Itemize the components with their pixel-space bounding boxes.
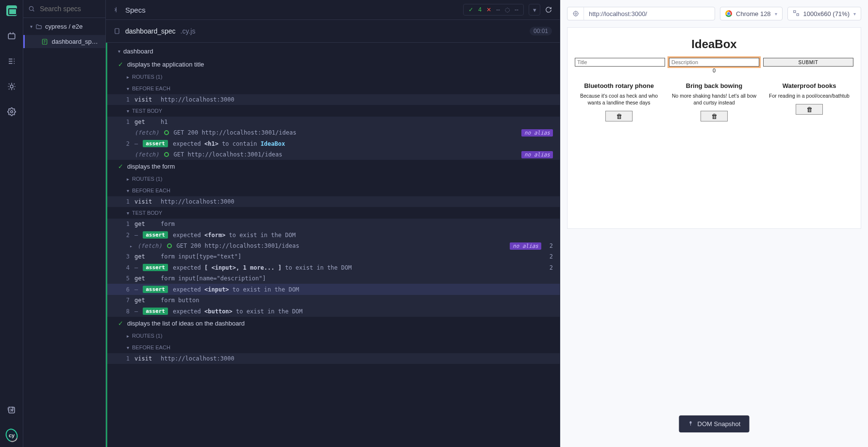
command-row[interactable]: 2–assertexpected <h1> to contain IdeaBox bbox=[107, 138, 560, 149]
command-row[interactable]: 4–assertexpected [ <input>, 1 more... ] … bbox=[107, 262, 560, 273]
command-row[interactable]: 6–assertexpected <input> to exist in the… bbox=[107, 284, 560, 295]
viewport-label: 1000x660 (71%) bbox=[803, 10, 850, 17]
test-body-section[interactable]: ▾TEST BODY bbox=[107, 207, 560, 219]
routes-section[interactable]: ▸ROUTES (1) bbox=[107, 330, 560, 342]
idea-desc: For reading in a pool/ocean/bathtub bbox=[767, 92, 852, 99]
nav-rail: ⌘ cy bbox=[0, 0, 23, 447]
check-icon: ✓ bbox=[468, 6, 473, 13]
delete-idea-button[interactable]: 🗑 bbox=[605, 111, 633, 121]
delete-idea-button[interactable]: 🗑 bbox=[701, 111, 728, 121]
cypress-logo-icon[interactable]: cy bbox=[6, 430, 17, 441]
command-row[interactable]: (fetch)GET http://localhost:3001/ideasno… bbox=[107, 149, 560, 160]
svg-rect-0 bbox=[8, 34, 15, 39]
keyboard-icon[interactable]: ⌘ bbox=[6, 404, 17, 416]
suite-title[interactable]: ▾dashboard bbox=[107, 43, 560, 58]
command-row[interactable]: 1getform bbox=[107, 219, 560, 229]
before-each-section[interactable]: ▾BEFORE EACH bbox=[107, 185, 560, 196]
folder-label: cypress / e2e bbox=[45, 23, 83, 30]
spec-file-icon bbox=[41, 38, 48, 45]
browser-label: Chrome 128 bbox=[736, 10, 771, 17]
chevron-down-icon: ▾ bbox=[30, 24, 33, 29]
command-log[interactable]: ▾dashboard✓displays the application titl… bbox=[106, 43, 560, 447]
chevron-down-icon: ▾ bbox=[853, 11, 856, 17]
runs-icon[interactable] bbox=[6, 30, 17, 42]
alias-badge: no alias bbox=[510, 242, 541, 250]
dom-snapshot-badge[interactable]: DOM Snapshot bbox=[679, 415, 750, 432]
settings-icon[interactable] bbox=[6, 106, 17, 118]
test-title[interactable]: ✓displays the list of ideas on the dashb… bbox=[107, 317, 560, 330]
command-row[interactable]: 8–assertexpected <button> to exist in th… bbox=[107, 306, 560, 317]
command-row[interactable]: 1visithttp://localhost:3000 bbox=[107, 196, 560, 207]
submit-button[interactable]: SUBMIT bbox=[763, 58, 853, 67]
stat-pending: -- bbox=[515, 6, 518, 13]
command-row[interactable]: 3getform input[type="text"]2 bbox=[107, 251, 560, 262]
spec-tree-panel: + ▾ cypress / e2e dashboard_spec... bbox=[23, 0, 106, 447]
options-dropdown[interactable]: ▾ bbox=[529, 4, 540, 16]
spec-search-bar: + bbox=[23, 0, 105, 18]
test-title[interactable]: ✓displays the application title bbox=[107, 58, 560, 71]
folder-row[interactable]: ▾ cypress / e2e bbox=[23, 18, 105, 35]
alias-badge: no alias bbox=[521, 151, 553, 158]
pending-icon: ◌ bbox=[505, 6, 510, 13]
file-ext: .cy.js bbox=[181, 27, 196, 35]
delete-idea-button[interactable]: 🗑 bbox=[796, 104, 823, 115]
alias-badge: no alias bbox=[521, 129, 553, 137]
svg-point-1 bbox=[10, 85, 13, 88]
command-row[interactable]: 7getform button bbox=[107, 295, 560, 306]
command-row[interactable]: 1visithttp://localhost:3000 bbox=[107, 94, 560, 105]
command-row[interactable]: 5getform input[name="description"] bbox=[107, 273, 560, 284]
file-name: dashboard_spec bbox=[125, 27, 176, 35]
test-title[interactable]: ✓displays the form bbox=[107, 160, 560, 173]
command-row[interactable]: 2–assertexpected <form> to exist in the … bbox=[107, 229, 560, 241]
assert-badge: assert bbox=[143, 286, 168, 293]
refresh-icon[interactable] bbox=[545, 6, 552, 13]
command-row[interactable]: 1geth1 bbox=[107, 117, 560, 127]
dom-snapshot-label: DOM Snapshot bbox=[698, 420, 741, 428]
browser-selector[interactable]: Chrome 128 ▾ bbox=[720, 7, 783, 20]
idea-desc: Because it's cool as heck and who wants … bbox=[576, 92, 662, 106]
element-count: 2 bbox=[550, 242, 553, 249]
app-logo[interactable] bbox=[6, 5, 17, 17]
target-icon[interactable] bbox=[568, 7, 584, 20]
url-box[interactable]: http://localhost:3000/ bbox=[567, 7, 715, 20]
svg-point-5 bbox=[29, 6, 33, 10]
spec-file-row[interactable]: dashboard_spec... bbox=[23, 35, 105, 48]
svg-point-2 bbox=[10, 111, 13, 113]
collapse-icon[interactable] bbox=[114, 6, 120, 13]
char-counter: 0 bbox=[573, 68, 855, 73]
app-preview-panel: http://localhost:3000/ Chrome 128 ▾ 1000… bbox=[560, 0, 868, 447]
status-dot-icon bbox=[164, 130, 169, 135]
search-icon bbox=[28, 5, 35, 12]
routes-section[interactable]: ▸ROUTES (1) bbox=[107, 173, 560, 185]
viewport-selector[interactable]: 1000x660 (71%) ▾ bbox=[787, 7, 861, 20]
idea-desc: No more shaking hands! Let's all bow and… bbox=[671, 92, 757, 106]
svg-rect-7 bbox=[115, 29, 119, 34]
test-body-section[interactable]: ▾TEST BODY bbox=[107, 105, 560, 117]
svg-text:⌘: ⌘ bbox=[10, 408, 14, 413]
runner-title: Specs bbox=[125, 6, 146, 14]
debug-icon[interactable] bbox=[6, 81, 17, 92]
title-input[interactable] bbox=[575, 58, 665, 67]
description-input[interactable] bbox=[669, 58, 759, 67]
element-count: 2 bbox=[550, 264, 553, 271]
before-each-section[interactable]: ▾BEFORE EACH bbox=[107, 342, 560, 353]
svg-point-9 bbox=[575, 13, 577, 15]
command-row[interactable]: 1visithttp://localhost:3000 bbox=[107, 353, 560, 364]
idea-card: Bluetooth rotary phoneBecause it's cool … bbox=[573, 82, 665, 121]
element-count: 2 bbox=[550, 253, 553, 260]
idea-title: Bring back bowing bbox=[671, 82, 757, 89]
assert-badge: assert bbox=[143, 308, 168, 315]
command-row[interactable]: ▸(fetch)GET 200 http://localhost:3001/id… bbox=[107, 241, 560, 251]
specs-icon[interactable] bbox=[6, 55, 17, 67]
command-row[interactable]: (fetch)GET 200 http://localhost:3001/ide… bbox=[107, 127, 560, 138]
app-form: SUBMIT bbox=[573, 58, 855, 67]
check-icon: ✓ bbox=[118, 163, 123, 170]
idea-title: Bluetooth rotary phone bbox=[576, 82, 662, 89]
before-each-section[interactable]: ▾BEFORE EACH bbox=[107, 83, 560, 94]
routes-section[interactable]: ▸ROUTES (1) bbox=[107, 71, 560, 83]
check-icon: ✓ bbox=[118, 61, 123, 68]
dimensions-icon bbox=[793, 10, 800, 18]
run-duration: 00:01 bbox=[530, 27, 552, 35]
svg-point-8 bbox=[573, 11, 578, 16]
status-dot-icon bbox=[164, 152, 169, 157]
